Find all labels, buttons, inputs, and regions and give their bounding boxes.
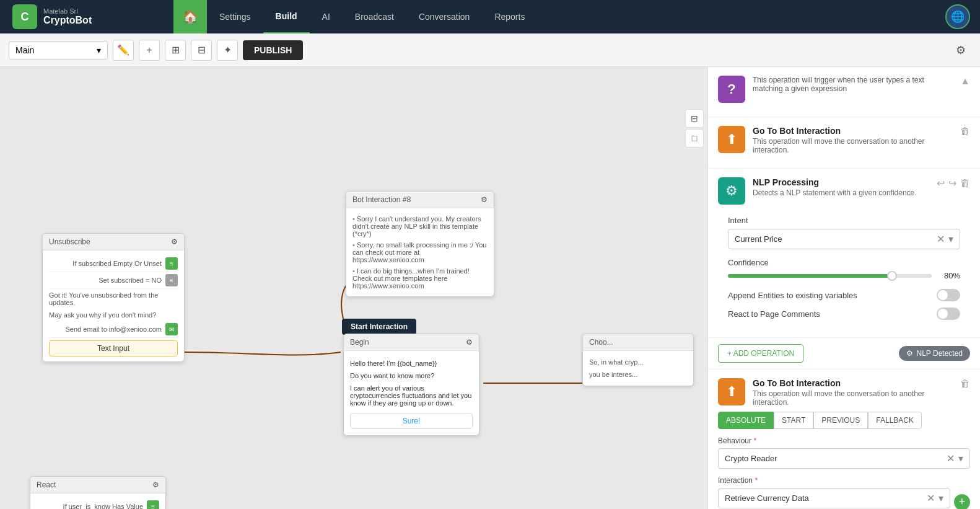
begin-header: Begin ⚙ [344, 334, 479, 351]
confidence-row: 80% [728, 271, 960, 280]
condition-badge: ≡ [165, 257, 178, 270]
unsubscribe-row3: Send email to info@xenioo.com ✉ [49, 321, 178, 338]
nav-reports[interactable]: Reports [482, 0, 537, 33]
choose-header-partial: Choo... [583, 334, 693, 351]
nav-avatar[interactable]: 🌐 [945, 4, 970, 29]
trigger-op-icon: ? [718, 76, 745, 103]
bot8-node: Bot Interaction #8 ⚙ • Sorry I can't und… [346, 191, 494, 297]
choose-body-partial: So, in what cryp... you be interes... [583, 351, 693, 386]
gear-icon2[interactable]: ⚙ [481, 195, 488, 204]
logo-icon: C [12, 4, 37, 29]
nav-home-button[interactable]: 🏠 [173, 0, 207, 33]
undo-nlp-icon[interactable]: ↩ [937, 177, 945, 189]
nav-build[interactable]: Build [263, 0, 310, 33]
nlp-op-block: ⚙ NLP Processing Detects a NLP statement… [708, 169, 980, 338]
behaviour-select[interactable]: Crypto Reader ✕ ▾ [718, 448, 970, 469]
append-entities-row: Append Entities to existing variables [728, 289, 960, 301]
text-input-node[interactable]: Text Input [49, 340, 178, 356]
canvas[interactable]: Unsubscribe ⚙ If subscribed Empty Or Uns… [0, 67, 707, 509]
export-button[interactable]: ⊟ [191, 40, 212, 61]
interaction-select[interactable]: Retrieve Currency Data ✕ ▾ [718, 488, 950, 508]
intent-select-icons: ✕ ▾ [937, 233, 953, 245]
tab-previous[interactable]: PREVIOUS [813, 412, 868, 429]
append-entities-toggle[interactable] [937, 289, 960, 301]
side-btn2[interactable]: □ [685, 129, 704, 148]
delete-op1-icon[interactable]: 🗑 [960, 126, 970, 137]
gear-icon3[interactable]: ⚙ [466, 338, 473, 347]
interaction-required-star: * [755, 476, 758, 485]
goto-op2-actions: 🗑 [960, 378, 970, 389]
unsub-text1: Got it! You've unsubscribed from the upd… [49, 289, 178, 309]
add-interaction-button[interactable]: + [954, 494, 970, 510]
trigger-op-actions: ▲ [960, 76, 970, 87]
goto-op2-header: ⬆ Go To Bot Interaction This operation w… [718, 378, 970, 407]
nav-broadcast[interactable]: Broadcast [343, 0, 406, 33]
signpost2-icon: ⬆ [726, 384, 737, 400]
tab-absolute[interactable]: ABSOLUTE [718, 412, 774, 429]
diagram-button[interactable]: ⊞ [165, 40, 186, 61]
begin-text2: Do you want to know more? [350, 370, 473, 382]
filter-button[interactable]: ✦ [217, 40, 238, 61]
interaction-select-value: Retrieve Currency Data [725, 494, 809, 503]
begin-title: Begin [350, 338, 369, 347]
add-operation-button[interactable]: + ADD OPERATION [718, 344, 803, 363]
nlp-detected-label: NLP Detected [917, 349, 963, 358]
clear-intent-icon[interactable]: ✕ [937, 233, 945, 245]
chevron-behaviour-icon[interactable]: ▾ [958, 453, 963, 464]
behaviour-required-star: * [753, 436, 756, 445]
tab-start[interactable]: START [774, 412, 813, 429]
gear-icon4[interactable]: ⚙ [152, 480, 159, 489]
append-entities-label: Append Entities to existing variables [728, 291, 857, 300]
topnav: C Matelab Srl CryptoBot 🏠 Settings Build… [0, 0, 980, 33]
redo-nlp-icon[interactable]: ↪ [948, 177, 956, 189]
flow-select-value: Main [15, 45, 34, 55]
goto-op1-block: ⬆ Go To Bot Interaction This operation w… [708, 117, 980, 169]
email-badge: ✉ [165, 323, 178, 335]
confidence-slider-track[interactable] [728, 274, 932, 278]
goto-op2-tabs: ABSOLUTE START PREVIOUS FALLBACK [718, 412, 970, 429]
start-interaction-node: Start Interaction [342, 319, 416, 335]
tab-fallback[interactable]: FALLBACK [868, 412, 922, 429]
settings-icon-button[interactable]: ⚙ [950, 40, 971, 61]
side-btn1[interactable]: ⊟ [685, 109, 704, 128]
goto-op2-content: Go To Bot Interaction This operation wil… [753, 378, 953, 407]
chevron-intent-icon[interactable]: ▾ [948, 233, 953, 245]
flow-select[interactable]: Main ▾ [9, 41, 108, 60]
behaviour-label: Behaviour * [718, 436, 970, 445]
clear-interaction-icon[interactable]: ✕ [927, 492, 935, 504]
delete-op2-icon[interactable]: 🗑 [960, 378, 970, 389]
gear-nlp-icon: ⚙ [725, 183, 738, 199]
add-op-row: + ADD OPERATION ⚙ NLP Detected [708, 338, 980, 370]
edit-button[interactable]: ✏️ [113, 40, 134, 61]
goto-op1-desc: This operation will move the conversatio… [753, 137, 953, 154]
nav-conversation[interactable]: Conversation [406, 0, 483, 33]
logo-subtitle: Matelab Srl [43, 7, 92, 15]
chevron-interaction-icon[interactable]: ▾ [938, 492, 943, 504]
bot8-line3: • I can do big things...when I'm trained… [352, 265, 488, 291]
intent-select[interactable]: Current Price ✕ ▾ [728, 229, 960, 249]
logo-area: C Matelab Srl CryptoBot [0, 4, 173, 29]
publish-button[interactable]: PUBLISH [243, 40, 303, 60]
nlp-op-actions: ↩ ↪ 🗑 [937, 177, 970, 189]
trigger-op-content: This operation will trigger when the use… [753, 76, 953, 93]
confidence-pct: 80% [938, 271, 960, 280]
bot8-header: Bot Interaction #8 ⚙ [346, 192, 494, 208]
goto-op2-icon: ⬆ [718, 378, 745, 405]
nlp-detected-badge: ⚙ NLP Detected [899, 346, 971, 361]
delete-nlp-icon[interactable]: 🗑 [960, 178, 970, 189]
nav-settings[interactable]: Settings [207, 0, 263, 33]
behaviour-select-value: Crypto Reader [725, 454, 777, 463]
goto-op2-desc: This operation will move the conversatio… [753, 389, 953, 407]
confidence-label: Confidence [728, 258, 960, 267]
react-page-toggle[interactable] [937, 308, 960, 320]
intent-label: Intent [728, 216, 960, 225]
gear-icon[interactable]: ⚙ [171, 237, 178, 246]
begin-sure-button[interactable]: Sure! [350, 413, 473, 429]
clear-behaviour-icon[interactable]: ✕ [947, 453, 955, 464]
confidence-slider-fill [728, 274, 891, 278]
logo-title: CryptoBot [43, 15, 92, 26]
react-node: React ⚙ If user_is_know Has Value ≡ Hey … [30, 476, 166, 509]
add-button[interactable]: + [139, 40, 160, 61]
nav-ai[interactable]: AI [310, 0, 343, 33]
nlp-op-header: ⚙ NLP Processing Detects a NLP statement… [718, 177, 970, 205]
